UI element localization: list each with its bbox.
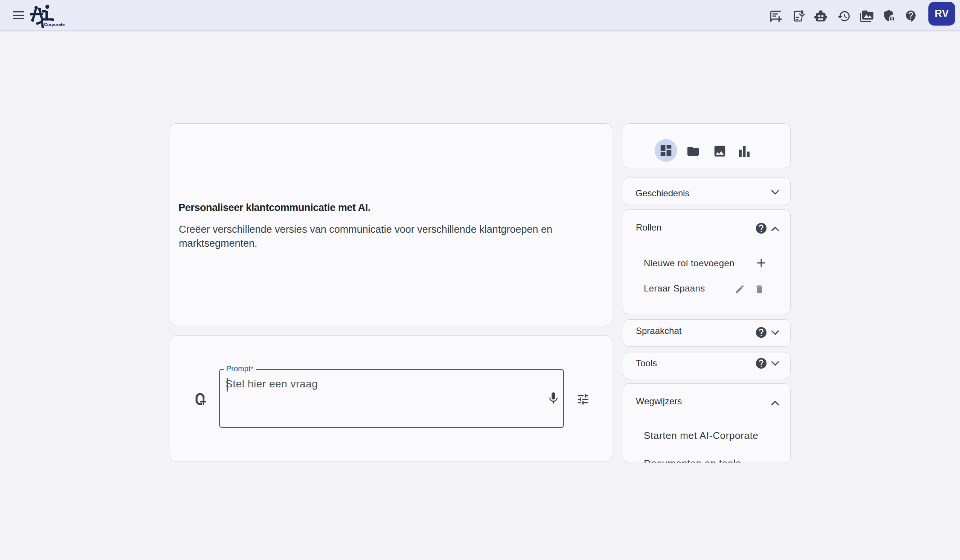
svg-text:Corporate: Corporate	[44, 22, 65, 27]
